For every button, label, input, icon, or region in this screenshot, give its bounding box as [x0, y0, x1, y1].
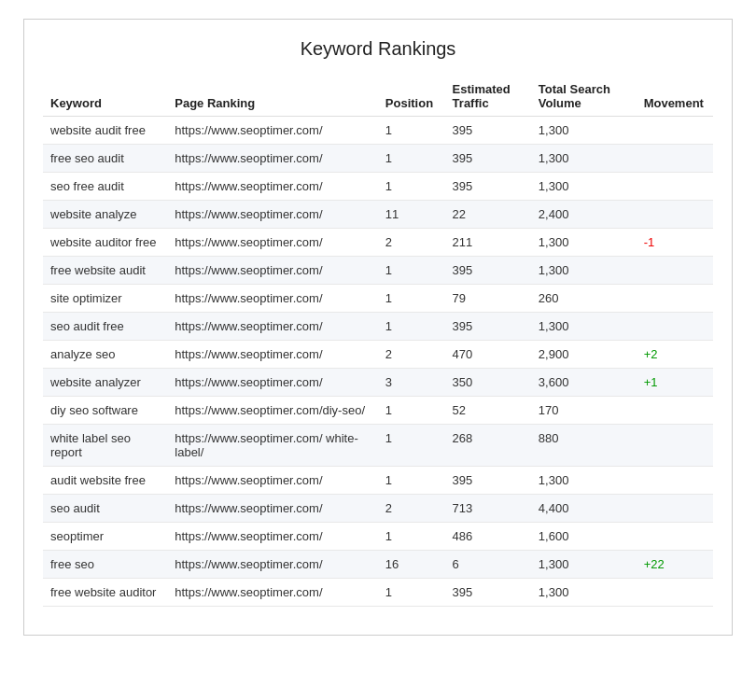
cell-position: 1 [378, 579, 445, 607]
cell-search-volume: 1,300 [531, 551, 637, 579]
table-row: free website auditorhttps://www.seoptime… [43, 579, 713, 607]
cell-movement: +2 [637, 341, 713, 369]
table-row: seo free audithttps://www.seoptimer.com/… [43, 173, 713, 201]
cell-page-ranking: https://www.seoptimer.com/ [167, 341, 378, 369]
cell-page-ranking: https://www.seoptimer.com/ [167, 173, 378, 201]
main-container: Keyword Rankings Keyword Page Ranking Po… [23, 19, 733, 636]
cell-traffic: 395 [445, 257, 531, 285]
cell-traffic: 713 [445, 495, 531, 523]
cell-keyword: website audit free [43, 117, 167, 145]
cell-search-volume: 4,400 [531, 495, 637, 523]
cell-traffic: 22 [445, 201, 531, 229]
cell-search-volume: 1,300 [531, 173, 637, 201]
cell-keyword: audit website free [43, 467, 167, 495]
cell-keyword: diy seo software [43, 397, 167, 425]
cell-page-ranking: https://www.seoptimer.com/ [167, 145, 378, 173]
cell-movement [637, 145, 713, 173]
col-header-position: Position [378, 77, 445, 117]
cell-movement [637, 495, 713, 523]
cell-page-ranking: https://www.seoptimer.com/ [167, 495, 378, 523]
cell-search-volume: 2,900 [531, 341, 637, 369]
cell-search-volume: 1,300 [531, 229, 637, 257]
cell-page-ranking: https://www.seoptimer.com/ [167, 369, 378, 397]
cell-movement [637, 201, 713, 229]
cell-position: 2 [378, 229, 445, 257]
cell-position: 1 [378, 173, 445, 201]
cell-traffic: 52 [445, 397, 531, 425]
cell-movement [637, 397, 713, 425]
table-row: free website audithttps://www.seoptimer.… [43, 257, 713, 285]
cell-search-volume: 3,600 [531, 369, 637, 397]
cell-search-volume: 1,300 [531, 257, 637, 285]
cell-position: 1 [378, 467, 445, 495]
cell-search-volume: 1,300 [531, 313, 637, 341]
cell-search-volume: 1,600 [531, 523, 637, 551]
cell-position: 16 [378, 551, 445, 579]
cell-movement: -1 [637, 229, 713, 257]
cell-search-volume: 1,300 [531, 579, 637, 607]
cell-traffic: 395 [445, 173, 531, 201]
table-row: free seo audithttps://www.seoptimer.com/… [43, 145, 713, 173]
cell-position: 11 [378, 201, 445, 229]
cell-traffic: 395 [445, 145, 531, 173]
cell-position: 2 [378, 341, 445, 369]
col-header-movement: Movement [637, 77, 713, 117]
col-header-search-volume: Total Search Volume [531, 77, 637, 117]
table-header-row: Keyword Page Ranking Position Estimated … [43, 77, 713, 117]
cell-keyword: website auditor free [43, 229, 167, 257]
cell-page-ranking: https://www.seoptimer.com/ [167, 285, 378, 313]
cell-keyword: seo free audit [43, 173, 167, 201]
cell-movement [637, 173, 713, 201]
cell-page-ranking: https://www.seoptimer.com/ [167, 523, 378, 551]
cell-keyword: free seo audit [43, 145, 167, 173]
cell-keyword: free website auditor [43, 579, 167, 607]
table-row: audit website freehttps://www.seoptimer.… [43, 467, 713, 495]
cell-keyword: seo audit free [43, 313, 167, 341]
table-row: free seohttps://www.seoptimer.com/1661,3… [43, 551, 713, 579]
cell-keyword: seo audit [43, 495, 167, 523]
cell-page-ranking: https://www.seoptimer.com/ [167, 257, 378, 285]
cell-keyword: website analyze [43, 201, 167, 229]
cell-keyword: free website audit [43, 257, 167, 285]
table-row: seo audit freehttps://www.seoptimer.com/… [43, 313, 713, 341]
cell-page-ranking: https://www.seoptimer.com/ [167, 117, 378, 145]
cell-movement [637, 425, 713, 467]
cell-movement [637, 285, 713, 313]
keyword-rankings-table: Keyword Page Ranking Position Estimated … [43, 77, 713, 607]
cell-movement: +1 [637, 369, 713, 397]
cell-page-ranking: https://www.seoptimer.com/ [167, 551, 378, 579]
cell-traffic: 6 [445, 551, 531, 579]
cell-keyword: site optimizer [43, 285, 167, 313]
cell-traffic: 268 [445, 425, 531, 467]
cell-keyword: analyze seo [43, 341, 167, 369]
cell-movement [637, 313, 713, 341]
cell-position: 1 [378, 117, 445, 145]
cell-position: 2 [378, 495, 445, 523]
cell-movement [637, 117, 713, 145]
cell-page-ranking: https://www.seoptimer.com/ [167, 229, 378, 257]
cell-search-volume: 170 [531, 397, 637, 425]
table-row: seoptimerhttps://www.seoptimer.com/14861… [43, 523, 713, 551]
cell-search-volume: 1,300 [531, 117, 637, 145]
cell-page-ranking: https://www.seoptimer.com/diy-seo/ [167, 397, 378, 425]
page-title: Keyword Rankings [43, 38, 713, 60]
cell-traffic: 395 [445, 579, 531, 607]
cell-position: 1 [378, 523, 445, 551]
cell-movement [637, 467, 713, 495]
cell-search-volume: 1,300 [531, 467, 637, 495]
cell-search-volume: 880 [531, 425, 637, 467]
cell-page-ranking: https://www.seoptimer.com/ white-label/ [167, 425, 378, 467]
table-row: site optimizerhttps://www.seoptimer.com/… [43, 285, 713, 313]
cell-movement [637, 579, 713, 607]
cell-movement: +22 [637, 551, 713, 579]
cell-traffic: 395 [445, 117, 531, 145]
cell-traffic: 350 [445, 369, 531, 397]
cell-search-volume: 260 [531, 285, 637, 313]
cell-traffic: 395 [445, 313, 531, 341]
cell-page-ranking: https://www.seoptimer.com/ [167, 467, 378, 495]
table-row: website analyzerhttps://www.seoptimer.co… [43, 369, 713, 397]
table-row: diy seo softwarehttps://www.seoptimer.co… [43, 397, 713, 425]
cell-position: 3 [378, 369, 445, 397]
cell-keyword: seoptimer [43, 523, 167, 551]
cell-traffic: 486 [445, 523, 531, 551]
